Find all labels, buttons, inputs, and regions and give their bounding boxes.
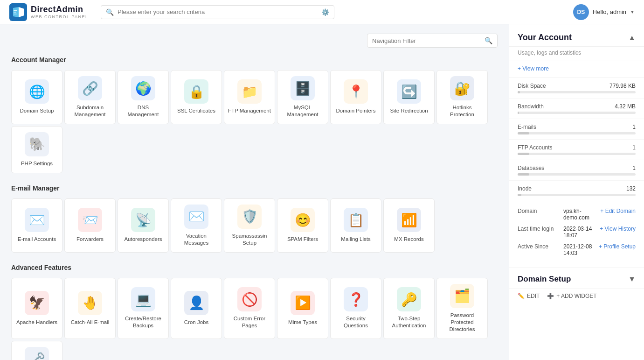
card-mx-records[interactable]: 📶 MX Records [383, 198, 435, 253]
add-widget-icon: ➕ [547, 293, 554, 299]
card-vacation-messages[interactable]: ✉️ Vacation Messages [171, 198, 222, 253]
card-apache-handlers[interactable]: 🦅 Apache Handlers [11, 278, 62, 339]
nav-filter-input-wrap[interactable]: 🔍 [367, 34, 498, 48]
card-mailing-lists[interactable]: 📋 Mailing Lists [330, 198, 381, 253]
icon-mysql-management: 🗄️ [291, 76, 315, 100]
collapse-icon[interactable]: ▲ [628, 34, 636, 42]
icon-ssl-certificates: 🔒 [184, 79, 208, 104]
topnav: DirectAdmin web control panel 🔍 ⚙️ DS He… [0, 0, 644, 24]
global-search-bar[interactable]: 🔍 ⚙️ [101, 5, 334, 19]
card-security-questions[interactable]: ❓ Security Questions [330, 278, 381, 339]
card-email-accounts[interactable]: ✉️ E-mail Accounts [11, 198, 62, 253]
sidebar-subtitle: Usage, logs and statistics [509, 47, 644, 61]
progress-bar-wrap [509, 153, 644, 160]
card-forwarders[interactable]: 📨 Forwarders [64, 198, 116, 253]
stat-value: 4.32 MB [615, 103, 636, 110]
icon-subdomain-management: 🔗 [78, 76, 102, 100]
card-subdomain-management[interactable]: 🔗 Subdomain Management [64, 70, 116, 124]
icon-password-protected-directories: 🗂️ [450, 284, 474, 308]
advanced-features-grid: 🦅 Apache Handlers 🤚 Catch-All E-mail 💻 C… [11, 278, 498, 360]
icon-catch-all-email: 🤚 [78, 291, 102, 315]
stat-label-value: FTP Accounts 1 [509, 140, 644, 153]
domain-setup-title: Domain Setup [518, 275, 571, 284]
icon-domain-pointers: 📍 [344, 79, 368, 104]
card-ssh-keys[interactable]: 🗝️ SSH Keys [11, 341, 62, 360]
account-manager-grid: 🌐 Domain Setup 🔗 Subdomain Management 🌍 … [11, 70, 498, 173]
card-autoresponders[interactable]: 📡 Autoresponders [118, 198, 169, 253]
nav-filter-bar: 🔍 [11, 34, 498, 48]
card-ftp-management[interactable]: 📁 FTP Management [224, 70, 275, 124]
card-create-restore-backups[interactable]: 💻 Create/Restore Backups [118, 278, 169, 339]
stat-label: E-mails [518, 124, 536, 130]
progress-bar-fill [518, 132, 529, 134]
card-mime-types[interactable]: ▶️ Mime Types [277, 278, 328, 339]
stat-value: 132 [626, 185, 636, 192]
global-search-input[interactable] [118, 8, 318, 15]
label-ssl-certificates: SSL Certificates [177, 107, 215, 114]
view-more-link[interactable]: + View more [518, 65, 549, 72]
card-domain-setup[interactable]: 🌐 Domain Setup [11, 70, 62, 124]
label-hotlinks-protection: Hotlinks Protection [441, 104, 484, 118]
domain-row: Domain vps.kh-demo.com + Edit Domain [518, 208, 636, 221]
svg-rect-4 [14, 12, 16, 13]
card-dns-management[interactable]: 🌍 DNS Management [118, 70, 169, 124]
card-catch-all-email[interactable]: 🤚 Catch-All E-mail [64, 278, 116, 339]
stat-row-bandwidth: Bandwidth 4.32 MB [509, 99, 644, 119]
label-spam-filters: SPAM Filters [287, 236, 318, 243]
card-cron-jobs[interactable]: 👤 Cron Jobs [171, 278, 222, 339]
label-mysql-management: MySQL Management [281, 104, 324, 118]
logo-area: DirectAdmin web control panel [9, 3, 93, 21]
settings-icon[interactable]: ⚙️ [321, 8, 329, 16]
progress-bar-bg [518, 194, 636, 196]
card-site-redirection[interactable]: ↪️ Site Redirection [383, 70, 435, 124]
card-two-step-authentication[interactable]: 🔑 Two-Step Authentication [383, 278, 435, 339]
active-since-label: Active Since [518, 243, 560, 250]
view-history-link[interactable]: + View History [600, 226, 636, 232]
your-account-title: Your Account [518, 33, 572, 42]
svg-rect-3 [14, 10, 17, 11]
edit-domain-link[interactable]: + Edit Domain [600, 208, 636, 214]
label-two-step-authentication: Two-Step Authentication [388, 315, 430, 329]
add-widget-button[interactable]: ➕ + ADD WIDGET [547, 293, 596, 299]
icon-autoresponders: 📡 [131, 208, 155, 232]
stat-row-ftp-accounts: FTP Accounts 1 [509, 140, 644, 160]
domain-setup-header: Domain Setup ▼ [509, 268, 644, 289]
progress-bar-fill [518, 112, 519, 114]
last-login-value: 2022-03-14 18:07 [563, 226, 596, 239]
progress-bar-wrap [509, 194, 644, 201]
card-spam-filters[interactable]: 😊 SPAM Filters [277, 198, 328, 253]
active-since-row: Active Since 2021-12-08 14:03 + Profile … [518, 243, 636, 256]
card-php-settings[interactable]: 🐘 PHP Settings [11, 126, 62, 173]
edit-button[interactable]: ✏️ EDIT [518, 293, 540, 299]
stats-container: Disk Space 779.98 KB Bandwidth 4.32 MB E… [509, 78, 644, 201]
user-menu[interactable]: DS Hello, admin ▼ [573, 4, 635, 20]
label-mailing-lists: Mailing Lists [341, 236, 370, 243]
label-php-settings: PHP Settings [21, 160, 53, 167]
card-mysql-management[interactable]: 🗄️ MySQL Management [277, 70, 328, 124]
icon-ftp-management: 📁 [237, 79, 262, 104]
search-icon: 🔍 [106, 8, 114, 16]
stat-row-databases: Databases 1 [509, 160, 644, 181]
nav-filter-input[interactable] [372, 37, 481, 44]
label-dns-management: DNS Management [122, 104, 165, 118]
label-domain-setup: Domain Setup [20, 107, 54, 114]
label-mx-records: MX Records [394, 236, 423, 243]
sidebar-your-account-header: Your Account ▲ [509, 24, 644, 47]
stat-label-value: Databases 1 [509, 160, 644, 173]
advanced-features-title: Advanced Features [11, 264, 498, 271]
domain-setup-collapse-icon[interactable]: ▼ [628, 275, 636, 283]
progress-bar-bg [518, 91, 636, 93]
stat-label: FTP Accounts [518, 144, 552, 151]
icon-email-accounts: ✉️ [25, 208, 49, 232]
card-custom-error-pages[interactable]: 🚫 Custom Error Pages [224, 278, 275, 339]
progress-bar-bg [518, 173, 636, 176]
card-hotlinks-protection[interactable]: 🔐 Hotlinks Protection [436, 70, 488, 124]
card-ssl-certificates[interactable]: 🔒 SSL Certificates [171, 70, 222, 124]
card-domain-pointers[interactable]: 📍 Domain Pointers [330, 70, 381, 124]
card-spamassassin-setup[interactable]: 🛡️ Spamassassin Setup [224, 198, 275, 253]
profile-setup-link[interactable]: + Profile Setup [599, 243, 636, 250]
icon-spam-filters: 😊 [291, 208, 315, 232]
view-more[interactable]: + View more [509, 61, 644, 78]
card-password-protected-directories[interactable]: 🗂️ Password Protected Directories [436, 278, 488, 339]
label-ftp-management: FTP Management [228, 107, 271, 114]
